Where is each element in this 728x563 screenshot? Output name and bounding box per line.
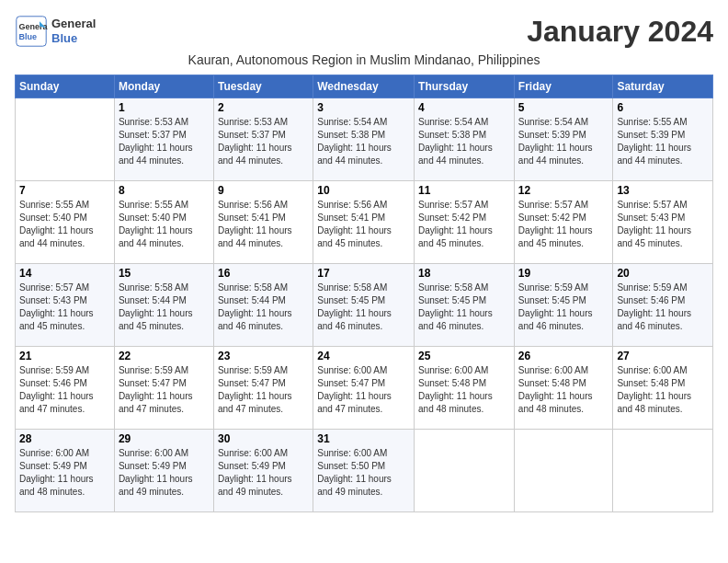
logo-text-blue: Blue <box>51 31 96 46</box>
day-number: 29 <box>119 432 210 445</box>
calendar-cell: 3Sunrise: 5:54 AMSunset: 5:38 PMDaylight… <box>313 98 415 181</box>
calendar-cell: 21Sunrise: 5:59 AMSunset: 5:46 PMDayligh… <box>16 347 115 430</box>
day-header-sunday: Sunday <box>16 75 115 98</box>
day-number: 30 <box>218 432 309 445</box>
calendar-cell: 10Sunrise: 5:56 AMSunset: 5:41 PMDayligh… <box>313 181 415 264</box>
calendar-cell: 4Sunrise: 5:54 AMSunset: 5:38 PMDaylight… <box>415 98 515 181</box>
calendar-cell <box>16 98 115 181</box>
day-number: 4 <box>418 101 510 114</box>
day-info: Sunrise: 5:54 AMSunset: 5:39 PMDaylight:… <box>518 116 609 167</box>
day-number: 2 <box>218 101 309 114</box>
calendar-week-row: 28Sunrise: 6:00 AMSunset: 5:49 PMDayligh… <box>16 430 713 512</box>
calendar-cell: 16Sunrise: 5:58 AMSunset: 5:44 PMDayligh… <box>213 264 313 347</box>
day-number: 28 <box>19 432 110 445</box>
day-info: Sunrise: 5:53 AMSunset: 5:37 PMDaylight:… <box>119 116 210 167</box>
calendar-cell: 29Sunrise: 6:00 AMSunset: 5:49 PMDayligh… <box>114 430 213 512</box>
calendar-body: 1Sunrise: 5:53 AMSunset: 5:37 PMDaylight… <box>16 98 713 512</box>
day-number: 24 <box>317 350 410 362</box>
day-info: Sunrise: 5:56 AMSunset: 5:41 PMDaylight:… <box>317 199 410 250</box>
day-info: Sunrise: 6:00 AMSunset: 5:48 PMDaylight:… <box>518 364 609 416</box>
day-number: 14 <box>19 267 110 280</box>
day-number: 8 <box>119 184 210 197</box>
calendar-cell: 15Sunrise: 5:58 AMSunset: 5:44 PMDayligh… <box>114 264 213 347</box>
day-number: 31 <box>317 432 410 445</box>
calendar-week-row: 21Sunrise: 5:59 AMSunset: 5:46 PMDayligh… <box>16 347 713 430</box>
day-info: Sunrise: 5:57 AMSunset: 5:43 PMDaylight:… <box>617 199 709 250</box>
day-number: 5 <box>518 101 609 114</box>
day-info: Sunrise: 5:59 AMSunset: 5:46 PMDaylight:… <box>19 364 110 416</box>
day-number: 12 <box>518 184 609 197</box>
day-info: Sunrise: 5:55 AMSunset: 5:40 PMDaylight:… <box>19 199 110 250</box>
calendar-cell <box>613 430 713 512</box>
month-title: January 2024 <box>527 15 713 49</box>
logo-text-general: General <box>51 17 96 31</box>
day-header-saturday: Saturday <box>613 75 713 98</box>
day-info: Sunrise: 5:55 AMSunset: 5:40 PMDaylight:… <box>119 199 210 250</box>
day-info: Sunrise: 5:56 AMSunset: 5:41 PMDaylight:… <box>218 199 309 250</box>
day-number: 27 <box>617 350 709 362</box>
calendar-cell: 9Sunrise: 5:56 AMSunset: 5:41 PMDaylight… <box>213 181 313 264</box>
calendar-cell: 14Sunrise: 5:57 AMSunset: 5:43 PMDayligh… <box>16 264 115 347</box>
calendar-cell: 17Sunrise: 5:58 AMSunset: 5:45 PMDayligh… <box>313 264 415 347</box>
calendar-cell: 7Sunrise: 5:55 AMSunset: 5:40 PMDaylight… <box>16 181 115 264</box>
day-info: Sunrise: 5:54 AMSunset: 5:38 PMDaylight:… <box>317 116 410 167</box>
svg-text:Blue: Blue <box>19 32 38 41</box>
calendar-cell: 13Sunrise: 5:57 AMSunset: 5:43 PMDayligh… <box>613 181 713 264</box>
calendar-cell: 22Sunrise: 5:59 AMSunset: 5:47 PMDayligh… <box>114 347 213 430</box>
day-info: Sunrise: 5:58 AMSunset: 5:44 PMDaylight:… <box>119 282 210 333</box>
day-number: 21 <box>19 350 110 362</box>
day-info: Sunrise: 5:59 AMSunset: 5:45 PMDaylight:… <box>518 282 609 333</box>
calendar-cell: 18Sunrise: 5:58 AMSunset: 5:45 PMDayligh… <box>415 264 515 347</box>
calendar-cell: 19Sunrise: 5:59 AMSunset: 5:45 PMDayligh… <box>514 264 613 347</box>
day-info: Sunrise: 5:58 AMSunset: 5:45 PMDaylight:… <box>418 282 510 333</box>
day-number: 10 <box>317 184 410 197</box>
day-number: 25 <box>418 350 510 362</box>
day-info: Sunrise: 5:58 AMSunset: 5:45 PMDaylight:… <box>317 282 410 333</box>
calendar-cell: 8Sunrise: 5:55 AMSunset: 5:40 PMDaylight… <box>114 181 213 264</box>
day-header-tuesday: Tuesday <box>213 75 313 98</box>
day-info: Sunrise: 5:59 AMSunset: 5:46 PMDaylight:… <box>617 282 709 333</box>
calendar-cell: 25Sunrise: 6:00 AMSunset: 5:48 PMDayligh… <box>415 347 515 430</box>
day-number: 19 <box>518 267 609 280</box>
calendar-cell: 24Sunrise: 6:00 AMSunset: 5:47 PMDayligh… <box>313 347 415 430</box>
calendar-cell: 28Sunrise: 6:00 AMSunset: 5:49 PMDayligh… <box>16 430 115 512</box>
calendar-cell: 11Sunrise: 5:57 AMSunset: 5:42 PMDayligh… <box>415 181 515 264</box>
calendar-cell: 6Sunrise: 5:55 AMSunset: 5:39 PMDaylight… <box>613 98 713 181</box>
day-number: 11 <box>418 184 510 197</box>
day-info: Sunrise: 6:00 AMSunset: 5:49 PMDaylight:… <box>119 447 210 499</box>
day-header-thursday: Thursday <box>415 75 515 98</box>
calendar-cell: 2Sunrise: 5:53 AMSunset: 5:37 PMDaylight… <box>213 98 313 181</box>
calendar-table: SundayMondayTuesdayWednesdayThursdayFrid… <box>15 75 713 512</box>
day-number: 13 <box>617 184 709 197</box>
day-info: Sunrise: 5:55 AMSunset: 5:39 PMDaylight:… <box>617 116 709 167</box>
calendar-cell: 1Sunrise: 5:53 AMSunset: 5:37 PMDaylight… <box>114 98 213 181</box>
header-area: General Blue General Blue January 2024 <box>15 15 713 49</box>
calendar-cell: 5Sunrise: 5:54 AMSunset: 5:39 PMDaylight… <box>514 98 613 181</box>
day-number: 17 <box>317 267 410 280</box>
day-number: 26 <box>518 350 609 362</box>
day-info: Sunrise: 5:59 AMSunset: 5:47 PMDaylight:… <box>218 364 309 416</box>
day-info: Sunrise: 5:54 AMSunset: 5:38 PMDaylight:… <box>418 116 510 167</box>
calendar-cell: 26Sunrise: 6:00 AMSunset: 5:48 PMDayligh… <box>514 347 613 430</box>
day-info: Sunrise: 5:58 AMSunset: 5:44 PMDaylight:… <box>218 282 309 333</box>
day-info: Sunrise: 5:57 AMSunset: 5:43 PMDaylight:… <box>19 282 110 333</box>
days-header-row: SundayMondayTuesdayWednesdayThursdayFrid… <box>16 75 713 98</box>
calendar-week-row: 7Sunrise: 5:55 AMSunset: 5:40 PMDaylight… <box>16 181 713 264</box>
day-number: 9 <box>218 184 309 197</box>
calendar-cell: 31Sunrise: 6:00 AMSunset: 5:50 PMDayligh… <box>313 430 415 512</box>
logo-icon: General Blue <box>15 15 48 48</box>
calendar-week-row: 1Sunrise: 5:53 AMSunset: 5:37 PMDaylight… <box>16 98 713 181</box>
day-info: Sunrise: 6:00 AMSunset: 5:49 PMDaylight:… <box>19 447 110 499</box>
day-header-monday: Monday <box>114 75 213 98</box>
day-header-friday: Friday <box>514 75 613 98</box>
day-info: Sunrise: 5:57 AMSunset: 5:42 PMDaylight:… <box>518 199 609 250</box>
calendar-cell: 30Sunrise: 6:00 AMSunset: 5:49 PMDayligh… <box>213 430 313 512</box>
day-info: Sunrise: 6:00 AMSunset: 5:48 PMDaylight:… <box>418 364 510 416</box>
logo: General Blue General Blue <box>15 15 96 48</box>
day-number: 1 <box>119 101 210 114</box>
day-info: Sunrise: 6:00 AMSunset: 5:49 PMDaylight:… <box>218 447 309 499</box>
calendar-cell <box>514 430 613 512</box>
day-info: Sunrise: 5:59 AMSunset: 5:47 PMDaylight:… <box>119 364 210 416</box>
calendar-cell: 20Sunrise: 5:59 AMSunset: 5:46 PMDayligh… <box>613 264 713 347</box>
day-number: 18 <box>418 267 510 280</box>
